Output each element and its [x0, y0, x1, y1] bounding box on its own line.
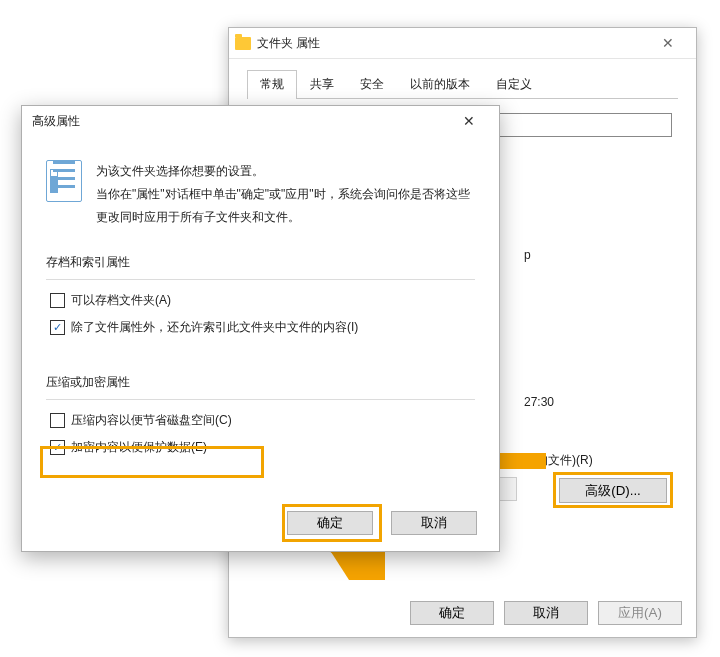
- properties-apply-button: 应用(A): [598, 601, 682, 625]
- advanced-attributes-dialog: 高级属性 ✕ 为该文件夹选择你想要的设置。 当你在"属性"对话框中单击"确定"或…: [21, 105, 500, 552]
- checkbox-compress-label: 压缩内容以便节省磁盘空间(C): [71, 412, 232, 429]
- checkbox-icon: ✓: [50, 320, 65, 335]
- tab-general[interactable]: 常规: [247, 70, 297, 99]
- time-value-fragment: 27:30: [524, 395, 554, 409]
- properties-cancel-button[interactable]: 取消: [504, 601, 588, 625]
- checklist-icon: [46, 160, 82, 202]
- checkbox-icon: [50, 293, 65, 308]
- advanced-intro-line2: 当你在"属性"对话框中单击"确定"或"应用"时，系统会询问你是否将这些更改同时应…: [96, 183, 475, 229]
- advanced-intro-line1: 为该文件夹选择你想要的设置。: [96, 160, 475, 183]
- checkbox-icon: [50, 413, 65, 428]
- advanced-ok-button[interactable]: 确定: [287, 511, 373, 535]
- advanced-title: 高级属性: [32, 113, 449, 130]
- checkbox-compress[interactable]: 压缩内容以便节省磁盘空间(C): [50, 412, 475, 429]
- advanced-button-row: 确定 取消: [287, 511, 477, 535]
- tab-previous[interactable]: 以前的版本: [397, 70, 483, 99]
- advanced-button[interactable]: 高级(D)...: [559, 478, 667, 503]
- checkbox-encrypt[interactable]: ✓ 加密内容以便保护数据(E): [50, 439, 475, 456]
- checkbox-icon: ✓: [50, 440, 65, 455]
- checkbox-archive-label: 可以存档文件夹(A): [71, 292, 171, 309]
- checkbox-encrypt-label: 加密内容以便保护数据(E): [71, 439, 207, 456]
- properties-ok-button[interactable]: 确定: [410, 601, 494, 625]
- advanced-titlebar[interactable]: 高级属性 ✕: [22, 106, 499, 136]
- tab-security[interactable]: 安全: [347, 70, 397, 99]
- advanced-cancel-button[interactable]: 取消: [391, 511, 477, 535]
- checkbox-index[interactable]: ✓ 除了文件属性外，还允许索引此文件夹中文件的内容(I): [50, 319, 475, 336]
- close-icon[interactable]: ✕: [645, 28, 690, 58]
- folder-icon: [235, 37, 251, 50]
- tab-sharing[interactable]: 共享: [297, 70, 347, 99]
- checkbox-index-label: 除了文件属性外，还允许索引此文件夹中文件的内容(I): [71, 319, 358, 336]
- group-archive-label: 存档和索引属性: [46, 254, 475, 271]
- group-compress-label: 压缩或加密属性: [46, 374, 475, 391]
- checkbox-archive[interactable]: 可以存档文件夹(A): [50, 292, 475, 309]
- tab-custom[interactable]: 自定义: [483, 70, 545, 99]
- close-icon[interactable]: ✕: [449, 107, 489, 135]
- properties-titlebar[interactable]: 文件夹 属性 ✕: [229, 28, 696, 59]
- properties-tabs: 常规 共享 安全 以前的版本 自定义: [247, 69, 678, 99]
- properties-title: 文件夹 属性: [257, 35, 645, 52]
- properties-button-row: 确定 取消 应用(A): [229, 591, 696, 637]
- type-value-fragment: p: [524, 248, 531, 262]
